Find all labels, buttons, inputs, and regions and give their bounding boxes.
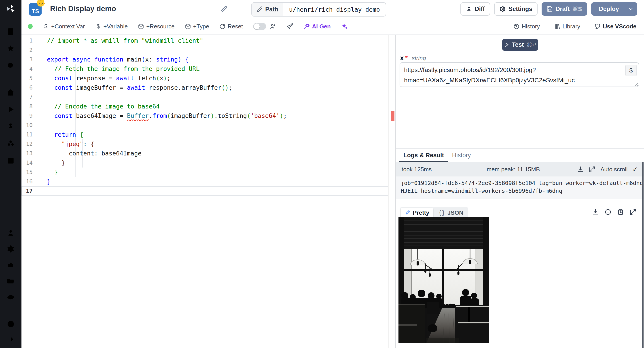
library-label: Library bbox=[562, 23, 580, 30]
add-resource-button[interactable]: +Resource bbox=[138, 23, 174, 30]
draft-label: Draft bbox=[556, 6, 570, 12]
variables-dollar-icon[interactable] bbox=[6, 122, 15, 130]
result-jpeg-image bbox=[398, 218, 489, 343]
users-icon[interactable] bbox=[270, 23, 276, 30]
folders-icon[interactable] bbox=[6, 277, 15, 286]
library-button[interactable]: Library bbox=[554, 23, 580, 30]
code-line[interactable]: 3export async function main(x: string) { bbox=[22, 55, 389, 64]
code-line[interactable]: 10 bbox=[22, 120, 389, 130]
result-view-switch: Pretty {} JSON bbox=[400, 207, 468, 218]
save-icon bbox=[546, 6, 553, 12]
schedules-calendar-icon[interactable] bbox=[6, 156, 15, 164]
sparkles-icon[interactable] bbox=[341, 23, 348, 30]
deploy-dropdown-button[interactable] bbox=[624, 2, 637, 16]
code-line[interactable]: 16} bbox=[22, 177, 389, 186]
code-line[interactable]: 1// import * as wmill from "windmill-cli… bbox=[22, 36, 389, 46]
code-line[interactable]: 12 "jpeg": { bbox=[22, 139, 389, 149]
add-variable-label: +Variable bbox=[104, 23, 128, 30]
code-text: const imageBuffer = await response.array… bbox=[47, 83, 232, 92]
pretty-label: Pretty bbox=[413, 209, 429, 216]
line-number: 6 bbox=[22, 83, 34, 92]
baby-emoji: 👶 bbox=[36, 0, 46, 6]
code-line[interactable]: 7 bbox=[22, 92, 389, 102]
package-icon bbox=[138, 24, 144, 30]
settings-gear-icon[interactable] bbox=[6, 245, 15, 253]
tab-history[interactable]: History bbox=[448, 149, 475, 162]
favorites-star-icon[interactable] bbox=[6, 44, 15, 53]
code-line[interactable]: 11 return { bbox=[22, 130, 389, 139]
test-button[interactable]: Test ⌘↵ bbox=[502, 39, 538, 51]
path-value[interactable]: u/henri/rich_display_demo bbox=[283, 3, 386, 16]
code-line[interactable]: 2 bbox=[22, 46, 389, 55]
users-icon[interactable] bbox=[6, 228, 15, 237]
workers-robot-icon[interactable] bbox=[6, 261, 15, 269]
deploy-label: Deploy bbox=[599, 6, 619, 12]
autoscroll-label[interactable]: Auto scroll bbox=[600, 166, 628, 173]
view-pretty-option[interactable]: Pretty bbox=[401, 208, 433, 218]
code-line[interactable]: 17 bbox=[22, 186, 389, 196]
code-line[interactable]: 13 content: base64Image bbox=[22, 149, 389, 158]
path-box[interactable]: Path u/henri/rich_display_demo bbox=[251, 2, 386, 16]
code-line[interactable]: 4 // Fetch the image from the provided U… bbox=[22, 64, 389, 74]
use-vscode-button[interactable]: Use VScode bbox=[594, 23, 636, 30]
history-button[interactable]: History bbox=[514, 23, 540, 30]
test-shortcut: ⌘↵ bbox=[526, 42, 537, 48]
search-icon[interactable] bbox=[6, 61, 15, 70]
add-variable-button[interactable]: +Variable bbox=[95, 23, 128, 30]
help-icon[interactable] bbox=[6, 320, 15, 328]
home-icon[interactable] bbox=[6, 88, 15, 96]
path-pencil-icon bbox=[256, 6, 262, 12]
panel-scrollbar[interactable] bbox=[642, 162, 644, 348]
code-line[interactable]: 8 // Encode the image to base64 bbox=[22, 102, 389, 111]
code-editor[interactable]: 1// import * as wmill from "windmill-cli… bbox=[22, 35, 389, 348]
add-type-button[interactable]: +Type bbox=[185, 23, 209, 30]
download-logs-icon[interactable] bbox=[577, 166, 584, 173]
line-number: 4 bbox=[22, 64, 34, 74]
edit-title-pencil-icon[interactable] bbox=[220, 5, 228, 13]
line-number: 8 bbox=[22, 102, 34, 111]
code-line[interactable]: 5 const response = await fetch(x); bbox=[22, 74, 389, 83]
reset-button[interactable]: Reset bbox=[219, 23, 243, 30]
download-result-icon[interactable] bbox=[592, 209, 599, 216]
workspace-building-icon[interactable] bbox=[6, 27, 15, 36]
library-icon bbox=[554, 24, 560, 30]
path-label-section[interactable]: Path bbox=[252, 3, 283, 16]
expand-result-icon[interactable] bbox=[630, 209, 636, 216]
right-panel: Test ⌘↵ x * string https://fastly.picsum… bbox=[396, 35, 644, 348]
log-output[interactable]: job=01912d84-fdc6-5474-2ee9-358098f5e104… bbox=[396, 176, 644, 199]
code-line[interactable]: 6 const imageBuffer = await response.arr… bbox=[22, 83, 389, 92]
code-line[interactable]: 14 } bbox=[22, 158, 389, 168]
info-icon[interactable] bbox=[605, 209, 611, 216]
settings-button[interactable]: Settings bbox=[494, 2, 538, 16]
collab-toggle[interactable] bbox=[253, 23, 266, 30]
deploy-button[interactable]: Deploy bbox=[591, 2, 624, 16]
editor-scrollbar-track[interactable] bbox=[388, 35, 389, 348]
audit-eye-icon[interactable] bbox=[6, 293, 15, 302]
textarea-resize-handle[interactable] bbox=[634, 82, 638, 86]
autoscroll-check-icon[interactable]: ✓ bbox=[632, 166, 638, 173]
arg-value-input[interactable]: https://fastly.picsum.photos/id/192/200/… bbox=[400, 62, 639, 87]
runs-play-icon[interactable] bbox=[6, 105, 15, 114]
log-line: job=01912d84-fdc6-5474-2ee9-358098f5e104… bbox=[401, 179, 635, 187]
view-json-option[interactable]: {} JSON bbox=[434, 208, 467, 218]
code-line[interactable]: 9 const base64Image = Buffer.from(imageB… bbox=[22, 111, 389, 120]
draft-button[interactable]: Draft ⌘S bbox=[542, 2, 587, 16]
add-type-label: +Type bbox=[193, 23, 209, 30]
tab-logs-result[interactable]: Logs & Result bbox=[399, 149, 448, 162]
diff-button[interactable]: Diff bbox=[460, 2, 490, 16]
add-context-var-button[interactable]: +Context Var bbox=[43, 23, 85, 30]
arg-type: string bbox=[412, 55, 426, 62]
expand-logs-icon[interactable] bbox=[589, 166, 596, 173]
copy-clipboard-icon[interactable] bbox=[617, 209, 624, 216]
ai-gen-button[interactable]: AI Gen bbox=[304, 23, 331, 30]
settings-label: Settings bbox=[508, 6, 532, 12]
resources-boxes-icon[interactable] bbox=[6, 139, 15, 148]
insert-variable-button[interactable]: $ bbox=[625, 65, 637, 76]
left-sidebar bbox=[0, 0, 22, 348]
magic-wand-icon bbox=[304, 24, 310, 30]
windmill-logo-icon[interactable] bbox=[6, 4, 16, 14]
format-brush-icon[interactable] bbox=[287, 23, 294, 30]
expand-sidebar-arrow-icon[interactable] bbox=[6, 335, 15, 344]
overview-ruler-error-mark bbox=[391, 111, 394, 121]
code-line[interactable]: 15 } bbox=[22, 168, 389, 177]
